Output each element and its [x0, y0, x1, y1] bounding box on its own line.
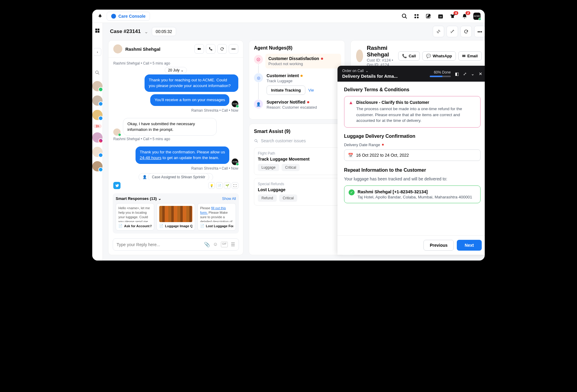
message-out: You'll receive a form on your messages: [150, 94, 229, 106]
conversation-panel: Rashmi Shehgal ••• Rashmi Shehgal • Call…: [108, 40, 243, 255]
bell-icon[interactable]: 2: [461, 13, 468, 20]
gif-icon[interactable]: GIF: [221, 242, 228, 247]
acme-avatar-icon: ACME: [232, 158, 238, 165]
assist-search[interactable]: Search customer issues: [254, 138, 340, 143]
svg-line-1: [405, 17, 407, 18]
headset-icon: [111, 14, 116, 19]
message-out: Thank you for reaching out to ACME. Coul…: [145, 74, 238, 92]
date-pill[interactable]: 20 July ⌄: [165, 67, 187, 74]
leaf-icon[interactable]: 🌱: [224, 182, 230, 189]
refresh-icon[interactable]: [217, 44, 227, 54]
check-icon: ✓: [349, 189, 355, 195]
expand-icon[interactable]: ⛶: [232, 182, 238, 189]
breadcrumb[interactable]: Order on Call: [342, 69, 364, 73]
calendar-icon[interactable]: 24: [437, 13, 444, 20]
reply-box: 📎 ☺ GIF ☰: [113, 238, 239, 251]
assist-item[interactable]: Flight Path Track Luggage Movement Lugga…: [254, 147, 340, 175]
time-pill: 1h: [93, 124, 102, 128]
message-out: Thank you for the confirmation. Please a…: [136, 146, 229, 164]
customer-name: Rashmi Shehgal: [367, 45, 394, 58]
care-console-chip[interactable]: Care Console: [107, 12, 150, 21]
svg-rect-15: [198, 48, 200, 50]
acme-avatar[interactable]: ACME: [473, 13, 481, 20]
columns-icon[interactable]: ◧: [455, 71, 459, 76]
call-button[interactable]: 📞 Call: [398, 51, 420, 61]
refresh-icon[interactable]: [460, 26, 472, 37]
date-range-field[interactable]: 📅16 Oct 2022 to 24 Oct, 2022: [344, 149, 481, 161]
supervisor-icon: 👤: [254, 100, 263, 109]
chevron-down-icon[interactable]: ⌄: [144, 29, 148, 35]
chevron-down-icon[interactable]: ⌄: [471, 71, 475, 76]
compose-icon[interactable]: [425, 13, 432, 20]
tshirt-icon[interactable]: 4: [449, 13, 456, 20]
search-icon[interactable]: [93, 68, 102, 77]
svg-point-0: [402, 14, 406, 17]
note-icon[interactable]: 📄: [216, 182, 223, 189]
svg-rect-9: [95, 29, 97, 30]
assist-title: Smart Assist (9): [254, 129, 340, 134]
side-drawer: Order on Call⌄ Delivery Details for Ama.…: [337, 66, 485, 255]
case-timer: 00:05:32: [152, 27, 176, 36]
email-button[interactable]: ✉ Email: [458, 51, 482, 61]
case-number: Case #23141: [110, 29, 141, 35]
smart-card[interactable]: 📄 Luggage Image Queryin...: [157, 203, 195, 231]
section-heading: Repeat Information to the Customer: [344, 167, 481, 173]
drawer-title: Delivery Details for Ama...: [342, 74, 430, 79]
template-icon[interactable]: ☰: [231, 242, 235, 247]
more-icon[interactable]: •••: [229, 44, 238, 54]
bulb-icon[interactable]: 💡: [208, 182, 215, 189]
svg-line-14: [98, 73, 99, 75]
emoji-icon[interactable]: ☺: [213, 242, 218, 247]
message-meta: Raman Shreshta • Call • Now: [113, 108, 238, 113]
video-icon[interactable]: [194, 44, 204, 54]
svg-rect-4: [414, 17, 416, 18]
search-icon[interactable]: [401, 13, 408, 20]
rail-avatar[interactable]: [92, 147, 102, 157]
view-link[interactable]: Vie: [308, 88, 314, 92]
reply-input[interactable]: [117, 242, 204, 247]
logo-icon: [96, 13, 104, 20]
nudge-title: Customer intent: [267, 73, 299, 78]
rail-avatar[interactable]: [92, 110, 102, 120]
initiate-tracking-button[interactable]: Initiate Tracking: [267, 86, 305, 95]
svg-rect-10: [98, 29, 99, 30]
collapse-icon[interactable]: [433, 26, 444, 37]
calendar-icon: 📅: [348, 153, 353, 158]
smart-card[interactable]: Please fill out this form. Please Make s…: [197, 203, 236, 231]
nudge-sub: Product not working: [268, 62, 338, 66]
assist-item[interactable]: Special Refunds Lost Luggage RefundCriti…: [254, 178, 340, 206]
rail-avatar[interactable]: [92, 161, 102, 171]
attach-icon[interactable]: 📎: [204, 242, 210, 247]
show-all-link[interactable]: Show All: [222, 197, 236, 201]
avatar: [113, 128, 121, 136]
svg-rect-11: [95, 31, 97, 33]
info-text: Your luggage has been tracked and will b…: [344, 176, 481, 181]
close-icon[interactable]: ✕: [479, 71, 482, 76]
grid-icon[interactable]: [93, 26, 102, 35]
smart-responses: Smart Responses (13)⌄Show All Hello <nam…: [113, 193, 239, 234]
smart-card[interactable]: Hello <name>, let me help you in locatin…: [116, 203, 154, 231]
warning-icon: ▲: [349, 100, 353, 124]
wand-icon[interactable]: [447, 26, 458, 37]
rail-avatar[interactable]: [92, 81, 102, 91]
acme-avatar-icon: ACME: [232, 101, 238, 107]
phone-icon[interactable]: [206, 44, 215, 54]
rail-avatar[interactable]: [92, 95, 102, 106]
more-icon[interactable]: •••: [474, 26, 485, 37]
message-meta: Raman Shreshta • Call • Now: [113, 166, 238, 170]
case-assigned-pill: 👤 Case Assigned to Shivan Sprinklr: [139, 173, 213, 180]
twitter-icon[interactable]: [113, 182, 121, 189]
apps-icon[interactable]: [413, 13, 420, 20]
whatsapp-button[interactable]: 💬 WhatsApp: [422, 51, 456, 61]
time-link[interactable]: 24-48 hours: [140, 155, 161, 160]
chevron-right-icon[interactable]: ›: [93, 48, 101, 56]
expand-icon[interactable]: ⤢: [463, 71, 467, 76]
previous-button[interactable]: Previous: [423, 240, 454, 251]
svg-text:24: 24: [439, 16, 442, 18]
rail-avatar[interactable]: [92, 132, 102, 143]
badge-count: 4: [453, 11, 458, 15]
next-button[interactable]: Next: [457, 240, 481, 251]
avatar: [113, 44, 122, 53]
chevron-down-icon[interactable]: ⌄: [365, 69, 368, 73]
customer-name: Rashmi Shehgal: [125, 47, 160, 52]
